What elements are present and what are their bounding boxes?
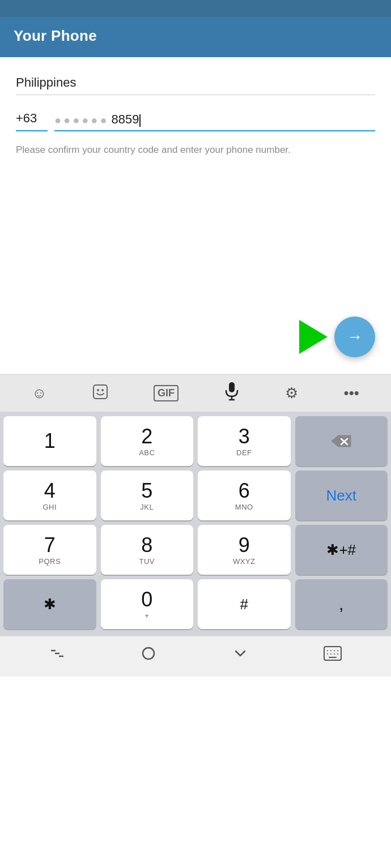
- next-fab-button[interactable]: →: [334, 317, 375, 357]
- main-content: Philippines +63 ●●●●●● 8859 Please confi…: [0, 57, 391, 374]
- svg-rect-11: [143, 648, 154, 659]
- keyboard-nav-icon[interactable]: [324, 646, 342, 665]
- helper-text: Please confirm your country code and ent…: [16, 143, 375, 157]
- bottom-nav-bar: [0, 636, 391, 677]
- svg-point-2: [101, 389, 104, 391]
- key-4[interactable]: 4 GHI: [3, 471, 96, 520]
- svg-rect-0: [94, 385, 107, 399]
- home-nav-icon[interactable]: [141, 645, 156, 665]
- key-symbol-combo[interactable]: ✱+#: [295, 525, 388, 575]
- gif-icon[interactable]: GIF: [154, 385, 178, 401]
- key-1[interactable]: 1: [3, 416, 96, 466]
- text-cursor: [139, 114, 141, 127]
- key-5[interactable]: 5 JKL: [101, 471, 194, 520]
- key-6[interactable]: 6 MNO: [198, 471, 291, 520]
- keyboard-toolbar: ☺ GIF ⚙ •••: [0, 374, 391, 412]
- more-icon[interactable]: •••: [344, 384, 359, 402]
- key-9[interactable]: 9 WXYZ: [198, 525, 291, 575]
- key-hash[interactable]: #: [198, 579, 291, 629]
- next-label: Next: [326, 487, 356, 504]
- key-2[interactable]: 2 ABC: [101, 416, 194, 466]
- keyboard-row-2: 4 GHI 5 JKL 6 MNO Next: [3, 471, 388, 520]
- back-nav-icon[interactable]: [49, 645, 65, 665]
- key-0[interactable]: 0 +: [101, 579, 194, 629]
- status-bar: [0, 0, 391, 17]
- sticker-icon[interactable]: [92, 384, 108, 403]
- keyboard-row-3: 7 PQRS 8 TUV 9 WXYZ ✱+#: [3, 525, 388, 575]
- key-backspace[interactable]: [295, 416, 388, 466]
- country-code[interactable]: +63: [16, 111, 48, 131]
- phone-number-container[interactable]: ●●●●●● 8859: [54, 112, 375, 131]
- key-3[interactable]: 3 DEF: [198, 416, 291, 466]
- svg-rect-3: [229, 382, 235, 392]
- key-7[interactable]: 7 PQRS: [3, 525, 96, 575]
- down-nav-icon[interactable]: [232, 645, 248, 665]
- phone-blurred: ●●●●●●: [54, 114, 109, 127]
- key-comma[interactable]: ,: [295, 579, 388, 629]
- fab-arrow-icon: →: [347, 328, 363, 346]
- settings-icon[interactable]: ⚙: [285, 384, 298, 402]
- arrow-indicator: [299, 320, 328, 354]
- page-title: Your Phone: [14, 27, 97, 44]
- phone-visible: 8859: [111, 112, 139, 127]
- mic-icon[interactable]: [224, 382, 240, 405]
- keyboard-row-1: 1 2 ABC 3 DEF: [3, 416, 388, 466]
- key-8[interactable]: 8 TUV: [101, 525, 194, 575]
- svg-point-1: [97, 389, 99, 391]
- svg-rect-12: [324, 647, 341, 660]
- keyboard: 1 2 ABC 3 DEF 4 GHI 5 JKL 6 M: [0, 412, 391, 636]
- country-value: Philippines: [16, 75, 375, 95]
- key-star[interactable]: ✱: [3, 579, 96, 629]
- keyboard-row-4: ✱ 0 + # ,: [3, 579, 388, 629]
- fab-area: →: [299, 317, 375, 357]
- phone-row: +63 ●●●●●● 8859: [16, 111, 375, 131]
- app-header: Your Phone: [0, 17, 391, 57]
- country-field[interactable]: Philippines: [16, 75, 375, 95]
- emoji-icon[interactable]: ☺: [32, 384, 47, 402]
- key-next[interactable]: Next: [295, 471, 388, 520]
- backspace-icon: [330, 433, 352, 449]
